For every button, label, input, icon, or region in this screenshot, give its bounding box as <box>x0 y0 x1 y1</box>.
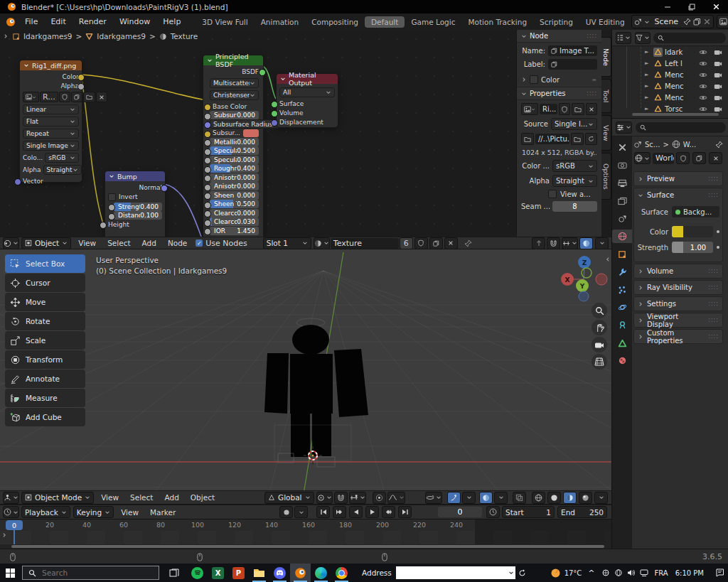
workspace-tab[interactable]: Motion Tracking <box>461 16 533 28</box>
weather-temp[interactable]: 17°C <box>564 569 582 577</box>
source-dropdown[interactable]: Single Image <box>23 141 79 151</box>
orientation-dropdown[interactable]: Global <box>264 492 314 504</box>
play-button[interactable] <box>365 506 379 518</box>
source-dropdown[interactable]: Single I... <box>551 118 597 130</box>
interpolation-dropdown[interactable]: Linear <box>23 104 79 114</box>
blender-taskbar-icon[interactable] <box>290 564 311 582</box>
camera-view-button[interactable] <box>592 337 607 352</box>
marker-menu[interactable]: Marker <box>144 508 181 517</box>
scene-selector[interactable]: Scene <box>631 15 714 28</box>
play-reverse-button[interactable] <box>349 506 363 518</box>
bsdf-output-socket[interactable] <box>259 69 266 76</box>
editor-type-icon[interactable] <box>3 492 19 504</box>
new-scene-icon[interactable] <box>693 18 701 26</box>
bump-distance-slider[interactable]: Distance0.100 <box>114 211 162 220</box>
pin-icon[interactable] <box>464 239 472 247</box>
surface-shader-button[interactable]: Backg... <box>672 206 719 217</box>
object-name[interactable]: Menc <box>665 94 684 102</box>
animate-dot[interactable] <box>717 246 719 249</box>
shader-menu-item[interactable]: Node <box>162 239 193 247</box>
file-explorer-icon[interactable] <box>249 564 269 582</box>
discord-icon[interactable] <box>269 564 290 582</box>
tool-button[interactable]: Annotate <box>5 370 85 388</box>
clearcoat-slider[interactable]: Clearcoat0.000 <box>210 209 259 217</box>
viewport-3d[interactable]: Z X Y User Perspective (0) Scene Collect… <box>0 249 611 490</box>
shading-solid-button[interactable] <box>547 492 561 504</box>
shading-wireframe-button[interactable] <box>532 492 545 504</box>
panel-custom-properties[interactable]: Custom Properties:::: <box>633 329 723 344</box>
hide-render-icon[interactable] <box>714 106 722 112</box>
outliner[interactable]: ► Idark ► Left l <box>612 30 728 118</box>
overlay-dropdown[interactable] <box>595 237 609 249</box>
pin-icon[interactable] <box>715 141 723 149</box>
search-input[interactable] <box>41 568 129 578</box>
gizmos-toggle[interactable] <box>447 492 461 504</box>
filter-dropdown[interactable] <box>635 32 651 44</box>
notification-center-icon[interactable] <box>711 564 728 582</box>
excel-icon[interactable]: X <box>208 564 228 582</box>
new-world-icon[interactable] <box>692 152 706 164</box>
shading-dropdown[interactable] <box>594 492 608 504</box>
properties-search[interactable] <box>636 122 726 133</box>
workspace-tab[interactable]: Scripting <box>533 16 579 28</box>
tool-button[interactable]: Rotate <box>5 312 85 330</box>
object-name[interactable]: Left l <box>665 60 682 68</box>
image-datablock-icon[interactable] <box>521 103 538 115</box>
zoom-tool-button[interactable] <box>592 303 607 318</box>
height-input-socket[interactable] <box>100 222 107 229</box>
tool-button[interactable]: Cursor <box>5 274 85 292</box>
menu-item[interactable]: Window <box>113 17 156 26</box>
tool-button[interactable]: Scale <box>5 331 85 350</box>
pivot-point-dropdown[interactable] <box>316 492 333 504</box>
blender-menu-icon[interactable] <box>6 17 16 27</box>
expand-arrow-icon[interactable]: ► <box>645 83 648 89</box>
unlink-material-icon[interactable] <box>444 237 458 249</box>
outliner-row[interactable]: ► Idark <box>612 46 728 58</box>
clock[interactable]: 6:10 PM <box>675 569 704 577</box>
world-browse-dropdown[interactable] <box>634 152 651 164</box>
tool-button[interactable]: Measure <box>5 389 85 407</box>
panel-preview[interactable]: Preview:::: <box>633 171 723 186</box>
image-texture-node[interactable]: Rig1_diff.png Color Alpha R... Linear Fl… <box>19 60 82 183</box>
object-name[interactable]: Menc <box>665 71 684 79</box>
timeline[interactable]: 20406080100120140160180200220240 0 <box>0 519 611 549</box>
image-path-field[interactable]: //..\Pictu... <box>535 134 569 144</box>
unlink-world-icon[interactable] <box>709 152 722 164</box>
specular-slider[interactable]: Specular0.500 <box>210 146 259 155</box>
touch-keyboard-icon[interactable] <box>601 569 610 576</box>
viewport-menu-item[interactable]: View <box>95 493 124 502</box>
metallic-slider[interactable]: Metallic0.000 <box>210 138 259 146</box>
object-name[interactable]: Menc <box>665 82 684 90</box>
colorspace-dropdown[interactable]: sRGB <box>45 153 79 163</box>
shader-menu-item[interactable]: View <box>73 239 102 247</box>
tab-node[interactable]: Node <box>601 37 611 77</box>
tab-output-icon[interactable] <box>614 176 631 190</box>
tab-view-layer-icon[interactable] <box>614 194 631 208</box>
new-image-icon[interactable] <box>71 92 82 102</box>
node-panel-header[interactable]: Node:::: <box>517 30 601 43</box>
prev-keyframe-button[interactable] <box>333 506 346 518</box>
powerpoint-icon[interactable]: P <box>228 564 249 582</box>
tab-options[interactable]: Options <box>601 153 611 200</box>
surface-input-socket[interactable] <box>271 101 278 108</box>
use-preview-range-icon[interactable] <box>486 506 500 518</box>
hide-render-icon[interactable] <box>714 95 722 101</box>
snapping-magnet-icon[interactable] <box>547 237 560 249</box>
strength-field[interactable]: 1.00 <box>683 242 713 253</box>
sheen-slider[interactable]: Sheen0.000 <box>210 191 259 200</box>
volume-input-socket[interactable] <box>271 110 278 117</box>
outliner-row[interactable]: ► Left l <box>612 58 728 69</box>
viewport-menu-item[interactable]: Select <box>124 493 159 502</box>
shader-menu-item[interactable]: Add <box>136 239 162 247</box>
unlink-scene-icon[interactable] <box>703 18 711 26</box>
hide-viewport-icon[interactable] <box>699 49 707 55</box>
tab-scene-icon[interactable] <box>614 212 631 225</box>
subsurface-slider[interactable]: Subsurface0.000 <box>210 111 259 119</box>
pack-image-icon[interactable] <box>521 133 534 145</box>
tab-constraints-icon[interactable] <box>614 318 631 332</box>
hide-render-icon[interactable] <box>714 83 722 90</box>
browse-path-icon[interactable] <box>571 133 584 145</box>
expand-arrow-icon[interactable]: ► <box>645 72 648 77</box>
chrome-icon[interactable] <box>331 564 352 582</box>
network-icon[interactable] <box>614 569 623 576</box>
